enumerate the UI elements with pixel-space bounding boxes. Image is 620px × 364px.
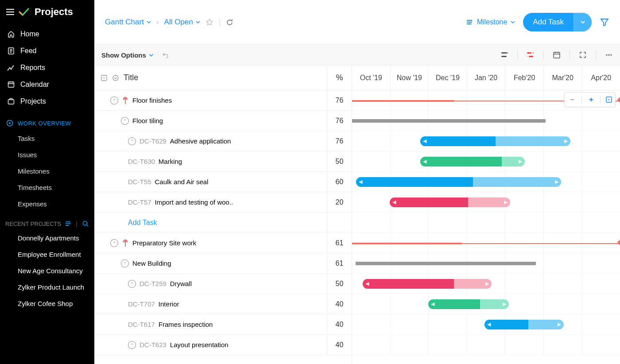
task-id: DC-T629 — [140, 137, 167, 145]
show-options[interactable]: Show Options — [101, 51, 154, 59]
task-bar[interactable]: ◀▶ — [484, 320, 563, 329]
zoom-out[interactable] — [567, 97, 577, 103]
work-item-issues[interactable]: Issues — [0, 147, 94, 163]
breadcrumb-separator: › — [156, 18, 159, 27]
task-bar[interactable]: ◀▶ — [363, 279, 491, 289]
breadcrumb-gantt[interactable]: Gantt Chart — [105, 18, 151, 27]
add-task-link[interactable]: Add Task — [128, 219, 157, 227]
task-bar[interactable]: ◀▶ — [356, 177, 561, 187]
work-item-tasks[interactable]: Tasks — [0, 130, 94, 147]
row-title: Interior — [159, 300, 179, 308]
app-title: Projects — [35, 6, 73, 18]
star-icon[interactable] — [205, 18, 213, 26]
pct-cell: 76 — [327, 111, 352, 131]
recent-project[interactable]: Zylker Cofee Shop — [0, 295, 94, 312]
task-bar[interactable]: ◀▶ — [428, 299, 509, 309]
nav-reports[interactable]: Reports — [0, 59, 94, 76]
add-task-caret[interactable] — [574, 13, 592, 31]
undo-icon[interactable] — [160, 50, 170, 60]
svg-point-1 — [8, 70, 9, 71]
task-bar[interactable]: ◀▶ — [420, 157, 525, 167]
recent-project[interactable]: Zylker Product Launch — [0, 279, 94, 295]
more-icon[interactable] — [604, 50, 614, 60]
summary-bar[interactable] — [352, 119, 545, 123]
refresh-icon[interactable] — [226, 19, 233, 26]
row-title: New Building — [132, 259, 171, 267]
grid-row[interactable]: DC-T629Adhesive application76 — [94, 131, 352, 151]
row-title: Caulk and Air seal — [155, 178, 209, 186]
grid-row[interactable]: DC-T630Marking50 — [94, 151, 352, 172]
filter-icon[interactable] — [600, 17, 609, 27]
nav-home[interactable]: Home — [0, 26, 94, 43]
fullscreen-icon[interactable] — [578, 50, 588, 60]
work-item-milestones[interactable]: Milestones — [0, 163, 94, 179]
grid-row[interactable]: DC-T623Layout presentation40 — [94, 335, 352, 355]
search-icon[interactable] — [82, 220, 89, 227]
sidebar-header: Projects — [0, 0, 94, 26]
column-title: Title — [124, 73, 138, 82]
options-bar: Show Options — [94, 44, 620, 66]
nav-calendar[interactable]: Calendar — [0, 76, 94, 93]
view-mode-2-icon[interactable] — [526, 50, 535, 60]
pct-cell: 61 — [327, 253, 352, 273]
grid-row[interactable]: Add Task — [94, 213, 352, 233]
gantt-row — [352, 213, 620, 233]
grid-row[interactable]: DC-T259Drywall50 — [94, 274, 352, 294]
collapse-icon[interactable] — [128, 137, 136, 145]
top-actions: Milestone Add Task — [465, 13, 609, 31]
svg-rect-19 — [554, 52, 560, 58]
svg-point-25 — [113, 75, 118, 81]
milestone-dropdown[interactable]: Milestone — [465, 18, 515, 26]
milestone-flag-icon — [122, 239, 129, 248]
grid-row[interactable]: DC-T55Caulk and Air seal60 — [94, 172, 352, 192]
pct-cell — [327, 213, 352, 232]
row-title: Import and testing of woo.. — [155, 198, 233, 206]
hamburger-icon[interactable] — [6, 9, 14, 15]
grid-row[interactable]: New Building61 — [94, 253, 352, 274]
recent-project[interactable]: New Age Consultancy — [0, 263, 94, 279]
zoom-in[interactable] — [586, 97, 596, 103]
grid-row[interactable]: DC-T707Interior40 — [94, 294, 352, 314]
row-title: Layout presentation — [170, 341, 229, 349]
task-bar[interactable]: ◀▶ — [420, 136, 570, 146]
topbar: Gantt Chart › All Open | Milestone Add T… — [94, 0, 620, 44]
recent-project[interactable]: Employee Enrollment — [0, 246, 94, 263]
add-task-button[interactable]: Add Task — [523, 13, 592, 31]
collapse-icon[interactable] — [128, 341, 136, 349]
work-item-expenses[interactable]: Expenses — [0, 196, 94, 212]
recent-project[interactable]: Donnelly Apartments — [0, 230, 94, 246]
svg-rect-17 — [527, 52, 531, 54]
grid-row[interactable]: Preparatory Site work61 — [94, 233, 352, 253]
svg-point-21 — [608, 54, 609, 55]
collapse-icon[interactable] — [110, 97, 118, 105]
row-options-icon[interactable] — [101, 74, 108, 81]
grid-row[interactable]: DC-T617Frames inspection40 — [94, 314, 352, 335]
zoom-fit-icon[interactable] — [605, 96, 612, 103]
work-item-timesheets[interactable]: Timesheets — [0, 179, 94, 196]
timeline-month: Dec '19 — [428, 66, 467, 90]
task-bar[interactable]: ◀▶ — [390, 197, 510, 207]
svg-point-3 — [11, 69, 12, 70]
grid-row[interactable]: DC-T57Import and testing of woo..20 — [94, 192, 352, 213]
nav-feed[interactable]: Feed — [0, 43, 94, 59]
row-title: Adhesive application — [170, 137, 231, 145]
expand-all-icon[interactable] — [112, 74, 119, 81]
summary-bar[interactable] — [356, 262, 535, 265]
nav-projects[interactable]: Projects — [0, 93, 94, 110]
timeline-pane: Oct '19Now '19Dec '19Jan '20Feb'20Mar'20… — [352, 66, 620, 364]
collapse-icon[interactable] — [121, 117, 129, 125]
svg-point-22 — [610, 54, 612, 55]
breadcrumb-filter[interactable]: All Open — [164, 18, 200, 27]
grid-row[interactable]: Floor finishes76 — [94, 90, 352, 111]
zoom-control — [564, 92, 616, 107]
collapse-icon[interactable] — [110, 239, 118, 247]
work-overview-header[interactable]: WORK OVERVIEW — [0, 110, 94, 130]
grid-row[interactable]: Floor tiling76 — [94, 111, 352, 131]
collapse-icon[interactable] — [128, 280, 136, 288]
svg-rect-15 — [501, 56, 507, 57]
settings-icon[interactable] — [65, 220, 72, 227]
calendar-icon[interactable] — [552, 50, 562, 60]
collapse-icon[interactable] — [121, 259, 129, 267]
view-mode-1-icon[interactable] — [500, 50, 509, 60]
svg-rect-18 — [529, 56, 533, 57]
